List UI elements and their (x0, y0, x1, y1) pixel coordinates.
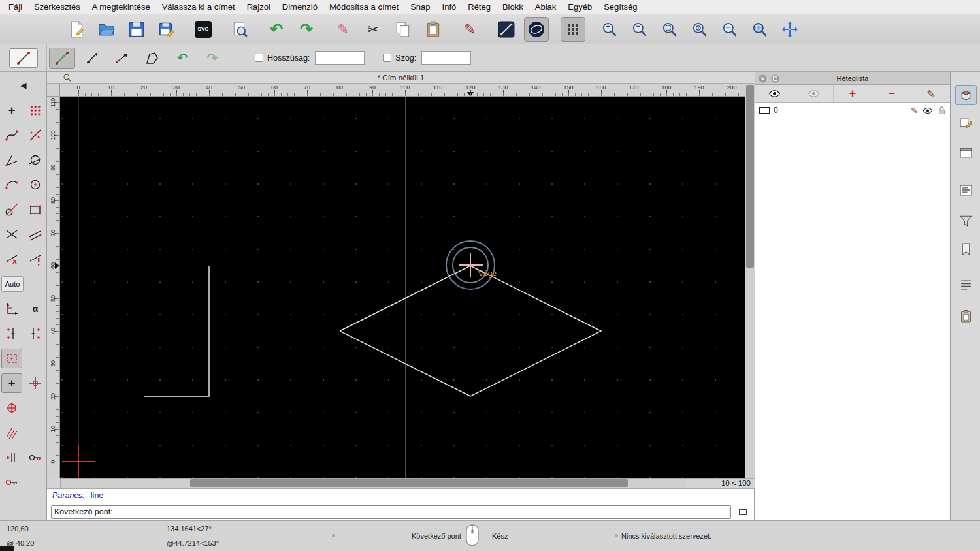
snap-middle-button[interactable] (24, 199, 47, 220)
snap-middle-2-1-button[interactable] (24, 323, 47, 344)
new-document-button[interactable] (64, 17, 89, 42)
vertical-scrollbar[interactable] (745, 84, 755, 478)
menu-layer[interactable]: Réteg (462, 2, 497, 12)
zoom-auto-button[interactable] (657, 17, 682, 42)
menu-select[interactable]: Válassza ki a címet (156, 2, 241, 12)
snap-plus-button[interactable]: + (1, 373, 22, 393)
save-button[interactable] (124, 17, 149, 42)
dock-clipboard-button[interactable] (955, 306, 977, 326)
current-tool-button[interactable] (9, 48, 38, 68)
angle-checkbox[interactable] (383, 54, 391, 62)
dock-block-list-button[interactable] (955, 113, 977, 133)
delete-button[interactable]: ✎ (331, 17, 355, 42)
command-input[interactable] (51, 505, 731, 519)
panel-float-button[interactable] (771, 74, 779, 83)
drawing-canvas[interactable]: Vége (60, 97, 745, 478)
snap-intersection-button[interactable] (0, 224, 24, 245)
hide-all-layers-button[interactable] (794, 85, 834, 102)
dock-layer-list-button[interactable] (955, 85, 977, 105)
menu-dimension[interactable]: Dimenzió (276, 2, 323, 12)
paste-button[interactable] (421, 17, 446, 42)
coordinate-polar-button[interactable]: α (24, 298, 47, 319)
layer-row[interactable]: 0 ✎ (755, 103, 950, 118)
angle-input[interactable] (421, 51, 471, 65)
line-tool-button[interactable] (494, 17, 519, 42)
menu-edit[interactable]: Szerkesztés (28, 2, 86, 12)
cut-button[interactable]: ✂ (361, 17, 385, 42)
dock-library-button[interactable] (955, 143, 977, 163)
layer-lock-button[interactable] (938, 106, 946, 115)
circle-plus-button[interactable] (0, 398, 24, 418)
command-options-button[interactable] (736, 506, 750, 518)
zoom-redraw-button[interactable] (687, 17, 712, 42)
zoom-in-button[interactable]: + (597, 17, 622, 42)
snap-angle-button[interactable] (0, 150, 24, 170)
zoom-pan-button[interactable] (777, 17, 802, 42)
export-svg-button[interactable]: SVG (191, 17, 216, 42)
pen-button[interactable]: ✎ (457, 17, 482, 42)
length-checkbox[interactable] (255, 54, 263, 62)
menu-block[interactable]: Blokk (497, 2, 529, 12)
unlock-relative-zero-button[interactable] (0, 472, 24, 493)
ellipse-tool-button[interactable] (524, 17, 549, 42)
relative-zero-button[interactable] (0, 447, 24, 468)
dock-command-list-button[interactable] (955, 180, 977, 200)
print-preview-button[interactable] (227, 17, 252, 42)
menu-window[interactable]: Ablak (529, 2, 563, 12)
snap-center-button[interactable] (24, 174, 47, 195)
dock-bookmark-button[interactable] (955, 239, 977, 259)
snap-distance-button[interactable] (24, 224, 47, 245)
remove-layer-button[interactable]: − (872, 85, 911, 102)
menu-help[interactable]: Segítség (598, 2, 643, 12)
show-all-layers-button[interactable] (755, 85, 794, 102)
layer-edit-button[interactable]: ✎ (911, 106, 918, 116)
length-input[interactable] (315, 51, 365, 65)
line-two-points-button[interactable] (49, 48, 75, 69)
vscroll-thumb[interactable] (746, 85, 754, 268)
line-horizontal-button[interactable] (109, 48, 135, 69)
palette-back-button[interactable]: ◀ (4, 76, 43, 93)
snap-auto-button[interactable]: Auto (1, 276, 24, 292)
snap-arc-button[interactable] (0, 174, 24, 195)
hscroll-thumb[interactable] (190, 479, 628, 487)
panel-close-button[interactable] (759, 74, 767, 83)
menu-modify[interactable]: Módosítsa a címet (323, 2, 404, 12)
polyline-button[interactable] (139, 48, 165, 69)
redo-segment-button[interactable]: ↷ (199, 48, 225, 69)
menu-misc[interactable]: Egyéb (562, 2, 598, 12)
snap-free-button[interactable]: + (0, 100, 24, 121)
menu-snap[interactable]: Snap (404, 2, 436, 12)
snap-tangent-button[interactable] (0, 199, 24, 220)
grid-toggle-button[interactable] (561, 17, 585, 42)
open-file-button[interactable] (94, 17, 119, 42)
restrict-nothing-button[interactable] (0, 249, 24, 270)
add-layer-button[interactable]: + (834, 85, 873, 102)
dock-text-lines-button[interactable] (955, 275, 977, 295)
zoom-out-button[interactable]: − (627, 17, 652, 42)
hatch-button[interactable] (0, 422, 24, 443)
menu-draw[interactable]: Rajzol (241, 2, 276, 12)
redo-button[interactable]: ↷ (294, 17, 319, 42)
snap-grid-button[interactable] (24, 100, 47, 121)
zoom-window-button[interactable] (747, 17, 772, 42)
undo-segment-button[interactable]: ↶ (169, 48, 195, 69)
dock-filter-button[interactable] (955, 211, 977, 231)
selection-rect-button[interactable] (1, 349, 22, 368)
lock-relative-zero-button[interactable] (24, 447, 47, 468)
restrict-exclamation-button[interactable] (24, 249, 47, 270)
zoom-previous-button[interactable]: ← (717, 17, 742, 42)
set-relative-zero-button[interactable] (24, 373, 47, 394)
undo-button[interactable]: ↶ (264, 17, 289, 42)
layer-visibility-button[interactable] (923, 107, 933, 114)
horizontal-scrollbar[interactable] (60, 478, 687, 488)
menu-view[interactable]: A megtekintése (86, 2, 156, 12)
line-angle-button[interactable] (79, 48, 105, 69)
save-as-button[interactable] (154, 17, 179, 42)
menu-info[interactable]: Infó (436, 2, 463, 12)
snap-endpoint-button[interactable] (0, 125, 24, 146)
snap-intersection-circle-button[interactable] (24, 150, 47, 170)
edit-layer-button[interactable]: ✎ (911, 85, 950, 102)
menu-file[interactable]: Fájl (3, 2, 28, 12)
snap-on-entity-button[interactable] (24, 125, 47, 146)
copy-button[interactable] (391, 17, 416, 42)
